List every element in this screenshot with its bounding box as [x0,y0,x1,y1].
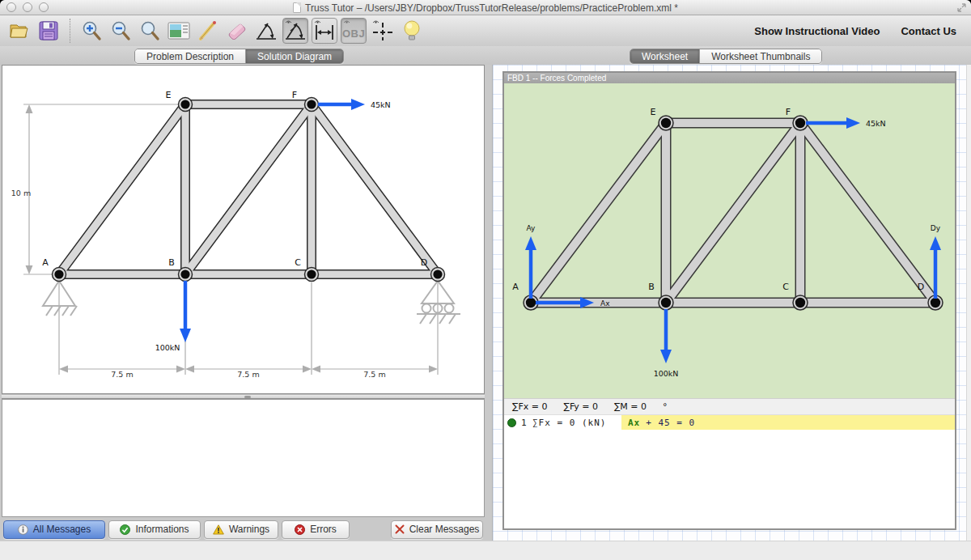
angle-tool-icon [254,19,278,42]
error-icon [295,524,305,535]
fbd-node-label-B: B [648,282,655,292]
fbd-header[interactable]: FBD 1 -- Forces Completed [504,73,955,83]
truss-members [59,104,438,274]
fbd-box[interactable]: FBD 1 -- Forces Completed [502,71,956,530]
preview-icon [167,21,190,40]
eye-icon [285,19,292,25]
equation-status-icon [507,418,516,427]
save-icon [38,20,59,41]
load-45kN [318,99,365,110]
save-button[interactable] [36,18,61,44]
equation-toolbar: ∑Fx = 0 ∑Fy = 0 ∑M = 0 ° [504,398,955,415]
solution-diagram-panel[interactable]: E F A B C D 45kN 100kN 10 m 7.5 m 7.5 m … [2,65,485,394]
warning-icon [213,524,224,535]
tab-solution-diagram[interactable]: Solution Diagram [246,49,343,63]
obj-label: OBJ [342,28,365,40]
all-messages-label: All Messages [33,524,91,535]
document-icon [293,2,301,13]
eye-icon [372,19,379,25]
angle-tool-button[interactable] [253,18,279,44]
warnings-label: Warnings [229,524,269,535]
tab-strip: Problem Description Solution Diagram Wor… [0,46,971,65]
zoom-out-button[interactable] [108,18,134,44]
open-folder-icon [9,21,30,40]
sum-fx-button[interactable]: ∑Fx = 0 [504,401,555,412]
tab-worksheet-thumbnails[interactable]: Worksheet Thumbnails [700,49,821,63]
splitter-grip-icon [244,396,251,398]
crosshair-visibility-button[interactable] [370,18,396,44]
info-icon [18,524,28,535]
roller-support-D [417,281,460,324]
equation-number: 1 [521,418,532,428]
equation-row-1[interactable]: 1 ∑Fx = 0 (kN) Ax + 45 = 0 [504,415,955,430]
window-title-area: Truss Tutor – /Users/JBY/Dropbox/TrussTu… [0,0,971,15]
show-instructional-video-link[interactable]: Show Instructional Video [754,25,880,37]
worksheet-area[interactable]: FBD 1 -- Forces Completed [492,65,966,547]
fbd-force-45kN[interactable] [806,117,860,129]
equation-rows: 1 ∑Fx = 0 (kN) Ax + 45 = 0 [504,415,955,520]
worksheet-scrollbar[interactable] [966,65,971,547]
warnings-button[interactable]: Warnings [204,520,278,539]
node-label-A: A [42,257,49,268]
zoom-out-icon [110,20,131,41]
errors-button[interactable]: Errors [282,520,350,539]
dim-label-span2: 7.5 m [237,370,259,379]
zoom-in-icon [81,20,102,41]
fbd-label-Ay: Ay [527,224,536,232]
fbd-members [531,123,935,303]
check-icon [120,524,130,535]
fbd-force-100kN[interactable] [660,309,672,363]
node-label-E: E [166,90,172,100]
contact-us-link[interactable]: Contact Us [901,25,956,37]
equation-expression: + 45 = 0 [646,418,695,428]
zoom-in-button[interactable] [78,18,104,44]
zoom-reset-button[interactable] [137,18,163,44]
informations-label: Informations [135,524,189,535]
eraser-icon [226,22,248,40]
dim-label-height: 10 m [11,189,31,197]
title-bar: Truss Tutor – /Users/JBY/Dropbox/TrussTu… [0,0,971,15]
toolbar-separator [70,19,70,43]
fbd-node-label-D: D [918,282,924,292]
tab-problem-description[interactable]: Problem Description [135,49,246,63]
node-label-F: F [292,90,297,100]
clear-messages-button[interactable]: Clear Messages [391,520,483,539]
fbd-truss-svg: E F A B C D Ay Ax Dy 45kN 100kN [504,83,955,398]
sum-m-button[interactable]: ∑M = 0 [606,401,655,412]
pencil-icon [197,20,218,41]
equation-highlight[interactable]: Ax + 45 = 0 [621,415,955,430]
eraser-tool-button[interactable] [224,18,250,44]
equation-lhs: ∑Fx = 0 (kN) [532,418,621,428]
pencil-tool-button[interactable] [195,18,221,44]
message-buttons-row: All Messages Informations Warnings Error… [2,519,485,540]
hint-button[interactable] [399,18,425,44]
node-label-D: D [421,257,427,268]
messages-panel[interactable] [2,399,485,517]
degree-button[interactable]: ° [655,401,676,412]
lightbulb-icon [402,19,422,42]
angle-visibility-button[interactable] [282,18,308,44]
clear-icon [395,524,405,534]
fbd-node-label-C: C [782,282,789,292]
all-messages-button[interactable]: All Messages [3,520,105,539]
diagram-preview-button[interactable] [166,18,192,44]
dim-label-span3: 7.5 m [363,370,385,379]
open-file-button[interactable] [6,18,32,44]
window-title: Truss Tutor – /Users/JBY/Dropbox/TrussTu… [305,2,678,14]
load-label-100kN: 100kN [155,343,180,352]
clear-messages-label: Clear Messages [409,524,480,535]
window-footer [0,541,971,560]
node-label-C: C [295,257,301,268]
zoom-icon [139,20,160,41]
dim-label-span1: 7.5 m [111,370,133,379]
fbd-canvas[interactable]: E F A B C D Ay Ax Dy 45kN 100kN [504,83,955,398]
fbd-node-label-A: A [512,282,519,292]
fullscreen-icon[interactable] [957,3,966,12]
dimension-visibility-button[interactable] [312,18,337,44]
obj-visibility-button[interactable]: OBJ [341,18,367,44]
eye-icon [343,19,350,25]
sum-fy-button[interactable]: ∑Fy = 0 [555,401,605,412]
informations-button[interactable]: Informations [108,520,201,539]
tab-worksheet[interactable]: Worksheet [630,49,700,63]
fbd-label-Dy: Dy [931,224,941,232]
